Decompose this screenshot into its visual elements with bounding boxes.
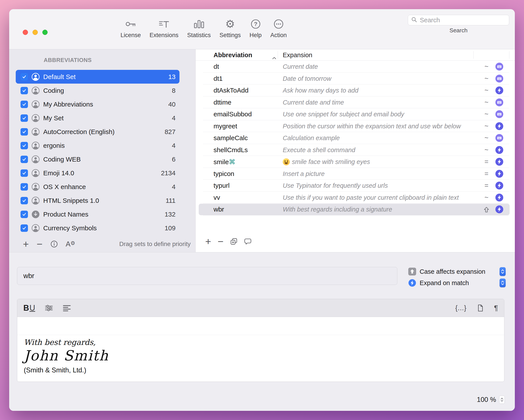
abbreviation-cell: dttime — [214, 99, 231, 106]
set-enabled-checkbox[interactable] — [20, 224, 28, 232]
set-enabled-checkbox[interactable] — [20, 101, 28, 108]
search-caption: Search — [408, 27, 509, 34]
fullscreen-button[interactable] — [42, 30, 48, 35]
mode-tilde-icon: ~ — [482, 87, 491, 94]
set-enabled-checkbox[interactable] — [20, 211, 28, 218]
set-enabled-checkbox[interactable] — [20, 197, 28, 204]
toolbar-item-statistics[interactable]: Statistics — [187, 18, 211, 39]
column-header-abbreviation[interactable]: Abbreviation — [214, 52, 252, 59]
case-option-stepper[interactable] — [499, 267, 506, 276]
placeholder-button[interactable]: {...} — [455, 304, 467, 312]
column-separator — [509, 51, 509, 59]
person-icon — [31, 224, 40, 232]
sidebar-set-product-names[interactable]: Product Names132 — [16, 207, 179, 221]
toolbar-item-settings[interactable]: ⚙Settings — [219, 18, 241, 39]
option-expand-on-match[interactable]: Expand on match — [408, 278, 506, 288]
toolbar-item-label: Action — [270, 32, 287, 39]
table-row-dtasktoadd[interactable]: dtAskToAddAsk how many days to add~ — [196, 85, 515, 96]
set-enabled-checkbox[interactable] — [20, 183, 28, 191]
table-row-dt[interactable]: dtCurrent date~ — [196, 61, 515, 73]
set-info-button[interactable] — [51, 240, 58, 248]
spacing-button[interactable] — [45, 304, 53, 312]
comment-button[interactable] — [244, 238, 252, 245]
sidebar-set-coding-web[interactable]: Coding WEB6 — [16, 152, 179, 166]
formatting-marks-button[interactable]: ¶ — [494, 304, 498, 312]
set-enabled-checkbox[interactable] — [20, 128, 28, 136]
add-set-button[interactable]: + — [23, 239, 29, 249]
remove-abbreviation-button[interactable]: − — [218, 236, 224, 246]
expansion-cell: Use Typinator for frequently used urls — [283, 182, 477, 189]
mode-tilde-icon: ~ — [482, 110, 491, 118]
sidebar-set-ergonis[interactable]: ergonis4 — [16, 139, 179, 152]
person-icon — [31, 183, 40, 191]
set-enabled-checkbox[interactable] — [20, 156, 28, 163]
script-badge-icon — [495, 181, 504, 190]
duplicate-abbreviation-button[interactable] — [230, 238, 237, 245]
search-field[interactable] — [408, 15, 509, 25]
close-button[interactable] — [23, 30, 28, 35]
expand-option-stepper[interactable] — [499, 279, 506, 287]
toolbar-item-action[interactable]: Action — [270, 18, 287, 39]
remove-set-button[interactable]: − — [37, 239, 43, 249]
expansion-cell: Use one snippet for subject and email bo… — [283, 111, 477, 118]
sidebar-set-my-set[interactable]: My Set4 — [16, 111, 179, 125]
sidebar-set-emoji-14-0[interactable]: Emoji 14.02134 — [16, 166, 179, 180]
toolbar-item-help[interactable]: ?Help — [250, 18, 262, 39]
sidebar-set-os-x-enhance[interactable]: OS X enhance4 — [16, 180, 179, 194]
table-row-shellcmdls[interactable]: shellCmdLsExecute a shell command~ — [196, 144, 515, 156]
option-label: Case affects expansion — [420, 268, 485, 275]
table-row-dt1[interactable]: dt1Date of tomorrow~ — [196, 73, 515, 85]
expansion-cell: Insert a picture — [283, 170, 477, 177]
sidebar-set-default-set[interactable]: Default Set13 — [16, 70, 179, 84]
format-toolbar: BU {...}¶ — [17, 299, 504, 317]
table-row-smile[interactable]: smile⌘smile face with smiling eyes= — [196, 156, 515, 168]
autocorrection-settings-button[interactable]: A⚙ — [66, 240, 75, 248]
toolbar-item-label: License — [121, 32, 141, 39]
set-enabled-checkbox[interactable] — [20, 114, 28, 122]
abbreviation-table: Abbreviation Expansion dtCurrent date~dt… — [196, 49, 515, 252]
minimize-button[interactable] — [33, 30, 38, 35]
set-enabled-checkbox[interactable] — [20, 142, 28, 149]
zoom-stepper[interactable] — [499, 395, 505, 404]
expansion-editor[interactable]: With best regards, John Smith (Smith & S… — [17, 317, 504, 382]
abbreviation-cell: smile⌘ — [214, 158, 235, 166]
table-row-wbr[interactable]: wbrWith best regards including a signatu… — [196, 203, 515, 215]
add-abbreviation-button[interactable]: + — [205, 236, 211, 246]
person-icon — [31, 87, 40, 95]
table-header: Abbreviation Expansion — [196, 49, 515, 61]
sidebar-set-autocorrection-english[interactable]: AutoCorrection (English)827 — [16, 125, 179, 139]
set-count: 109 — [165, 224, 175, 232]
column-header-expansion[interactable]: Expansion — [283, 52, 312, 59]
search-input[interactable] — [420, 17, 506, 24]
table-row-vv[interactable]: vvUse this if you want to paste your cur… — [196, 192, 515, 204]
set-enabled-checkbox[interactable] — [20, 73, 28, 80]
sidebar-set-html-snippets-1-0[interactable]: HTML Snippets 1.0111 — [16, 194, 179, 207]
mode-tilde-icon: ~ — [482, 146, 491, 154]
abbreviation-cell: dtAskToAdd — [214, 87, 248, 94]
set-enabled-checkbox[interactable] — [20, 87, 28, 94]
script-badge-icon — [495, 146, 504, 154]
alignment-button[interactable] — [63, 304, 71, 312]
table-row-typurl[interactable]: typurlUse Typinator for frequently used … — [196, 180, 515, 192]
toolbar-item-extensions[interactable]: Extensions — [149, 18, 178, 39]
abbreviation-input[interactable] — [17, 267, 397, 285]
sidebar-set-coding[interactable]: Coding8 — [16, 84, 179, 97]
table-row-dttime[interactable]: dttimeCurrent date and time~ — [196, 96, 515, 108]
sidebar-set-my-abbreviations[interactable]: My Abbreviations40 — [16, 97, 179, 111]
add-icon: + — [23, 239, 29, 249]
option-case-affects-expansion[interactable]: Case affects expansion — [408, 267, 506, 276]
expansion-cell: Use this if you want to paste your curre… — [283, 194, 477, 201]
sidebar-set-currency-symbols[interactable]: Currency Symbols109 — [16, 221, 179, 235]
insert-file-button[interactable] — [476, 304, 484, 312]
table-row-emailsubbod[interactable]: emailSubbodUse one snippet for subject a… — [196, 108, 515, 120]
table-row-typicon[interactable]: typiconInsert a picture= — [196, 168, 515, 180]
set-enabled-checkbox[interactable] — [20, 169, 28, 177]
table-row-mygreet[interactable]: mygreetPosition the cursor within the ex… — [196, 120, 515, 132]
sidebar-footer-buttons: +−A⚙ — [23, 239, 75, 249]
keyboard-badge-icon — [495, 110, 504, 118]
toolbar-item-license[interactable]: License — [121, 18, 141, 39]
set-count: 4 — [172, 114, 175, 122]
table-row-samplecalc[interactable]: sampleCalcCalculation example~ — [196, 132, 515, 144]
style-button[interactable]: BU — [23, 303, 35, 313]
table-rows: dtCurrent date~dt1Date of tomorrow~dtAsk… — [196, 61, 515, 215]
